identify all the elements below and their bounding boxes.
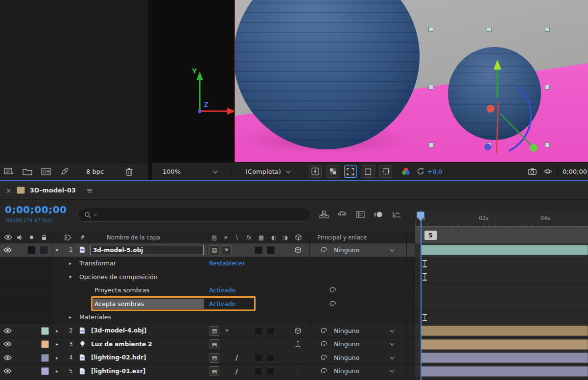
new-composition-icon[interactable] (40, 166, 52, 177)
frame-blend-switch[interactable] (255, 327, 262, 335)
chevron-down-icon[interactable] (390, 365, 393, 378)
property-label[interactable]: Proyecta sombras (94, 284, 149, 297)
parent-pickwhip-icon[interactable] (320, 338, 328, 351)
current-timecode[interactable]: 0;00;00;00 (5, 204, 67, 215)
property-group-composition-options[interactable]: ▾ Opciones de composición (0, 270, 588, 284)
chevron-down-icon[interactable] (390, 351, 393, 364)
property-value-toggle[interactable]: Activado (209, 284, 235, 297)
layer-label-chip[interactable] (41, 327, 49, 335)
chevron-right-icon[interactable]: ▸ (69, 257, 71, 270)
tab-close-button[interactable]: × (6, 187, 12, 194)
parent-dropdown-value[interactable]: Ninguno (334, 338, 359, 351)
resolution-dropdown[interactable]: (Completa) (245, 168, 289, 175)
layer-name[interactable]: [3d-model-4.obj] (91, 324, 146, 337)
layer-row-5[interactable]: ▸ 5 [lighting-01.exr] ▤ / Ninguno (0, 365, 588, 379)
motion-blur-switch[interactable] (267, 354, 275, 362)
keyframe-ibeam[interactable] (423, 273, 427, 281)
chevron-right-icon[interactable]: ▸ (56, 324, 58, 337)
shy-switch[interactable]: ▤ (210, 245, 219, 255)
shy-switch[interactable]: ▤ (210, 339, 219, 349)
chevron-down-icon[interactable] (390, 324, 393, 337)
quality-switch[interactable]: / (235, 351, 238, 364)
parent-dropdown-value[interactable]: Ninguno (334, 351, 359, 364)
frame-blend-switch[interactable] (255, 246, 262, 254)
transform-gizmo[interactable] (435, 30, 552, 159)
layer-switch-chip[interactable] (27, 246, 36, 254)
layer-row-1[interactable]: ▾ 1 3d-model-5.obj ▤ ☀ Ninguno (0, 243, 588, 257)
layer-track[interactable] (415, 324, 588, 337)
layer-name-field[interactable]: 3d-model-5.obj (90, 245, 204, 255)
quality-switch[interactable]: / (235, 365, 238, 378)
new-folder-icon[interactable] (22, 166, 33, 177)
playhead-line[interactable] (421, 211, 422, 380)
layer-track[interactable] (415, 243, 588, 257)
mask-visibility-button[interactable] (362, 165, 375, 178)
show-snapshot-icon[interactable] (543, 168, 552, 175)
chevron-right-icon[interactable]: ▸ (69, 311, 71, 324)
composition-mini-flowchart-icon[interactable] (318, 210, 330, 219)
layer-label-chip[interactable] (41, 354, 49, 362)
shy-toggle-icon[interactable] (336, 210, 348, 219)
panel-menu-icon[interactable]: ≡ (87, 186, 93, 195)
motion-blur-switch[interactable] (267, 246, 275, 254)
shy-switch[interactable]: ▤ (210, 366, 219, 376)
trash-icon[interactable] (123, 166, 135, 177)
property-group-label[interactable]: Opciones de composición (79, 270, 158, 284)
parent-dropdown-value[interactable]: Ninguno (334, 324, 359, 337)
property-casts-shadows[interactable]: Proyecta sombras Activado (0, 284, 588, 298)
frame-blend-switch[interactable] (255, 354, 262, 362)
selection-handle[interactable] (428, 142, 433, 147)
playhead-handle[interactable] (417, 212, 424, 218)
layer-label-chip[interactable] (40, 246, 48, 254)
layer-track[interactable] (415, 338, 588, 351)
property-group-label[interactable]: Materiales (79, 311, 111, 324)
chevron-down-icon[interactable]: ▾ (56, 243, 58, 257)
layer-name-header[interactable]: Nombre de la capa (107, 232, 160, 243)
zoom-dropdown[interactable]: 100% (163, 168, 216, 175)
layer-row-4[interactable]: ▸ 4 [lighting-02.hdr] ▤ / Ninguno (0, 351, 588, 365)
layer-visibility-eye-icon[interactable] (3, 351, 12, 364)
motion-blur-toggle-icon[interactable] (373, 210, 384, 219)
composition-view[interactable] (234, 0, 588, 162)
snapshot-camera-icon[interactable] (528, 168, 537, 175)
chevron-right-icon[interactable]: ▸ (56, 351, 58, 364)
chevron-right-icon[interactable]: ▸ (56, 365, 58, 378)
keyframe-ibeam[interactable] (423, 260, 427, 267)
motion-blur-switch[interactable] (267, 367, 275, 375)
parent-pickwhip-icon[interactable] (320, 351, 328, 364)
layer-visibility-eye-icon[interactable] (3, 324, 12, 337)
project-panel[interactable] (0, 0, 148, 162)
parent-pickwhip-icon[interactable] (320, 243, 328, 257)
keyframe-ibeam[interactable] (423, 314, 427, 321)
3d-layer-cube-icon[interactable] (294, 243, 302, 257)
layer-duration-bar[interactable] (421, 339, 588, 350)
layer-duration-bar[interactable] (421, 326, 588, 336)
reset-exposure-icon[interactable] (417, 167, 424, 175)
collapse-switch[interactable]: ☀ (222, 245, 232, 255)
exposure-value[interactable]: +0.0 (427, 168, 442, 175)
parent-pickwhip-icon[interactable] (320, 324, 328, 337)
graph-editor-icon[interactable] (391, 210, 402, 219)
timeline-search-input[interactable] (77, 208, 311, 222)
interpret-footage-icon[interactable] (3, 166, 15, 177)
time-ruler[interactable]: 0s 02s 04s (415, 211, 588, 226)
property-group-transform[interactable]: ▸ Transformar Restablecer (0, 257, 588, 271)
shy-switch[interactable]: ▤ (210, 353, 219, 363)
layer-track[interactable] (415, 365, 588, 378)
channel-color-wheel-icon[interactable] (401, 167, 411, 176)
motion-blur-switch[interactable] (267, 327, 275, 335)
chevron-right-icon[interactable]: ▸ (56, 338, 58, 351)
work-area-bar[interactable]: 5 (415, 226, 588, 243)
grid-guides-button[interactable] (379, 165, 392, 178)
transparency-grid-button[interactable] (327, 165, 339, 178)
layer-row-2[interactable]: ▸ 2 [3d-model-4.obj] ▤ ☀ Ninguno (0, 324, 588, 338)
layer-name[interactable]: [lighting-01.exr] (91, 365, 145, 378)
3d-layer-cube-icon[interactable] (294, 324, 302, 337)
render-rocket-icon[interactable] (59, 166, 71, 177)
selection-handle[interactable] (428, 85, 433, 90)
tab-title[interactable]: 3D-model-03 (30, 187, 76, 194)
layer-row-3[interactable]: ▸ 3 Luz de ambiente 2 ▤ Ninguno (0, 338, 588, 352)
layer-name[interactable]: [lighting-02.hdr] (91, 351, 146, 364)
chevron-down-icon[interactable]: ▾ (69, 270, 71, 284)
property-pickwhip-icon[interactable] (329, 297, 336, 310)
